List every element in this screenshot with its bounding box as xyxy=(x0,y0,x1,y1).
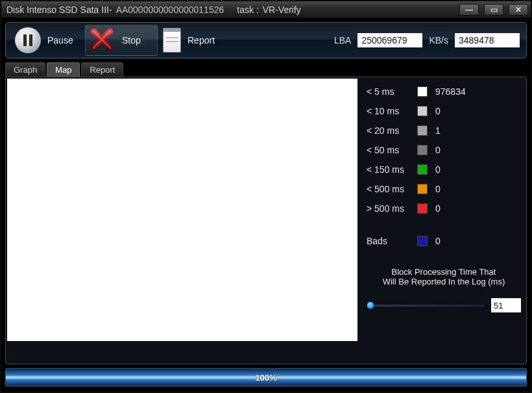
legend-label: < 50 ms xyxy=(367,145,409,155)
pause-button[interactable]: Pause xyxy=(12,25,82,56)
legend-label: < 500 ms xyxy=(367,184,409,194)
legend-swatch xyxy=(417,145,428,155)
tab-bar: GraphMapReport xyxy=(5,62,527,77)
x-icon xyxy=(88,26,115,55)
legend-row-0: < 5 ms976834 xyxy=(367,86,521,97)
window-titlebar: Disk Intenso SSD Sata III-AA000000000000… xyxy=(1,1,531,18)
legend-swatch xyxy=(417,203,428,214)
legend-swatch xyxy=(417,164,428,175)
legend-label: > 500 ms xyxy=(367,203,409,214)
progress-text: 100% xyxy=(6,369,526,386)
tab-report[interactable]: Report xyxy=(81,62,123,77)
legend-row-2: < 20 ms1 xyxy=(367,125,521,136)
close-button[interactable]: ✕ xyxy=(509,4,528,16)
main-toolbar: Pause xyxy=(5,22,527,58)
stop-button[interactable]: Stop xyxy=(85,25,158,56)
legend-row-5: < 500 ms0 xyxy=(367,184,521,194)
pause-label: Pause xyxy=(47,35,73,45)
task-label: task : xyxy=(237,5,258,15)
report-button[interactable]: Report xyxy=(160,25,224,56)
report-label: Report xyxy=(187,35,215,45)
legend-count: 0 xyxy=(435,203,441,214)
stop-label: Stop xyxy=(122,35,148,45)
kbs-label: KB/s xyxy=(429,35,448,45)
legend-label: < 5 ms xyxy=(367,86,409,97)
legend-count: 0 xyxy=(435,145,441,155)
legend-label: < 10 ms xyxy=(367,106,409,116)
pause-icon xyxy=(15,27,41,53)
legend-count: 0 xyxy=(435,164,441,175)
log-threshold-input[interactable] xyxy=(491,298,521,312)
maximize-button[interactable]: ▭ xyxy=(484,4,503,16)
lba-label: LBA xyxy=(334,35,351,45)
tab-graph[interactable]: Graph xyxy=(5,62,45,77)
minimize-button[interactable]: — xyxy=(459,4,479,16)
legend-swatch xyxy=(417,184,428,194)
content-panel: < 5 ms976834< 10 ms0< 20 ms1< 50 ms0< 15… xyxy=(5,77,527,364)
legend-row-3: < 50 ms0 xyxy=(367,145,521,155)
block-msg: Block Processing Time That Will Be Repor… xyxy=(367,267,521,286)
legend-row-bads: Bads 0 xyxy=(367,236,521,246)
progress-bar: 100% xyxy=(5,368,527,387)
bads-swatch xyxy=(417,236,428,246)
legend-swatch xyxy=(417,86,428,97)
legend-count: 976834 xyxy=(435,86,466,97)
lba-value[interactable] xyxy=(357,33,422,47)
legend-count: 0 xyxy=(435,184,441,194)
slider-row xyxy=(367,298,521,312)
kbs-value[interactable] xyxy=(455,33,520,47)
legend-row-1: < 10 ms0 xyxy=(367,106,521,116)
tab-map[interactable]: Map xyxy=(47,62,80,77)
legend-row-4: < 150 ms0 xyxy=(367,164,521,175)
log-threshold-slider[interactable] xyxy=(367,305,485,307)
legend-pane: < 5 ms976834< 10 ms0< 20 ms1< 50 ms0< 15… xyxy=(357,77,526,364)
legend-row-6: > 500 ms0 xyxy=(367,203,521,214)
legend-count: 1 xyxy=(435,125,441,136)
bads-label: Bads xyxy=(367,236,409,246)
task-name: VR-Verify xyxy=(263,5,301,15)
title-serial: AA0000000000000011526 xyxy=(116,5,224,15)
title-prefix: Disk Intenso SSD Sata III- xyxy=(6,5,112,15)
legend-count: 0 xyxy=(435,106,441,116)
legend-swatch xyxy=(417,106,428,116)
report-icon xyxy=(163,28,181,53)
legend-label: < 20 ms xyxy=(367,125,409,136)
bads-count: 0 xyxy=(435,236,441,246)
map-canvas xyxy=(7,79,357,341)
legend-label: < 150 ms xyxy=(367,164,409,175)
legend-swatch xyxy=(417,125,428,136)
